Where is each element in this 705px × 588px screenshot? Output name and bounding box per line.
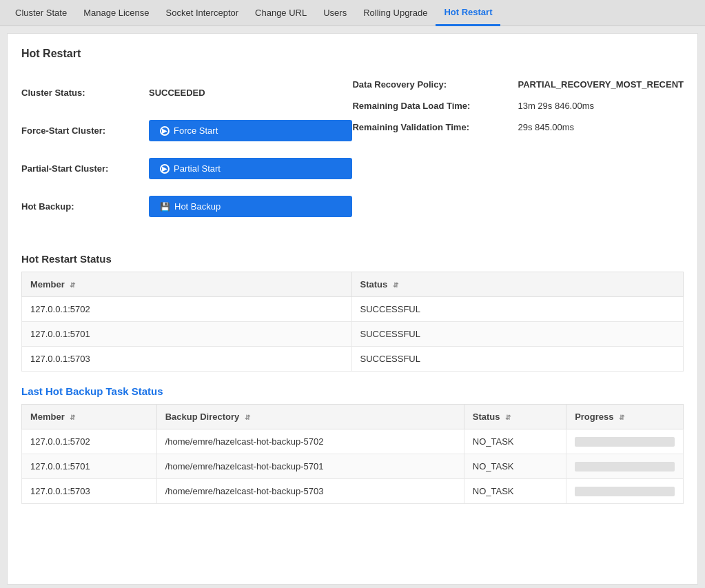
member-cell: 127.0.0.1:5703 [22, 347, 352, 372]
remaining-validation-value: 29s 845.00ms [518, 122, 684, 132]
nav-manage-license[interactable]: Manage License [75, 0, 157, 26]
status-cell: SUCCESSFUL [351, 297, 683, 322]
remaining-data-label: Remaining Data Load Time: [352, 101, 518, 111]
progress-bar [575, 437, 675, 447]
hot-backup-button[interactable]: 💾 Hot Backup [149, 196, 352, 217]
partial-start-button[interactable]: ▶ Partial Start [149, 158, 352, 179]
table-row: 127.0.0.1:5702 /home/emre/hazelcast-hot-… [22, 429, 684, 454]
backup-member-cell: 127.0.0.1:5701 [22, 454, 157, 479]
backup-progress-cell [566, 429, 684, 454]
nav-users[interactable]: Users [315, 0, 355, 26]
backup-status-cell: NO_TASK [464, 429, 566, 454]
force-start-button[interactable]: ▶ Force Start [149, 120, 352, 141]
hot-backup-label: Hot Backup: [21, 193, 149, 220]
backup-member-sort-icon: ⇵ [70, 414, 75, 421]
remaining-data-value: 13m 29s 846.00ms [518, 101, 684, 111]
hot-backup-status-title: Last Hot Backup Task Status [21, 385, 684, 397]
backup-dir-sort-icon: ⇵ [245, 414, 250, 421]
backup-status-cell: NO_TASK [464, 454, 566, 479]
partial-start-icon: ▶ [160, 164, 170, 174]
hot-backup-status-table: Member ⇵ Backup Directory ⇵ Status ⇵ Pro… [21, 404, 684, 504]
table-row: 127.0.0.1:5703 /home/emre/hazelcast-hot-… [22, 479, 684, 504]
hot-restart-status-title: Hot Restart Status [21, 253, 684, 265]
main-content: Hot Restart Cluster Status: SUCCEEDED Fo… [7, 33, 698, 585]
table-row: 127.0.0.1:5701 /home/emre/hazelcast-hot-… [22, 454, 684, 479]
remaining-validation-label: Remaining Validation Time: [352, 122, 518, 132]
data-recovery-value: PARTIAL_RECOVERY_MOST_RECENT [518, 79, 684, 90]
nav-hot-restart[interactable]: Hot Restart [436, 0, 500, 26]
backup-member-cell: 127.0.0.1:5703 [22, 479, 157, 504]
col-backup-status-header[interactable]: Status ⇵ [464, 405, 566, 429]
col-backup-dir-header[interactable]: Backup Directory ⇵ [156, 405, 464, 429]
progress-bar [575, 487, 675, 496]
hot-restart-status-table: Member ⇵ Status ⇵ 127.0.0.1:5702 SUCCESS… [21, 272, 684, 372]
progress-bar [575, 462, 675, 472]
cluster-status-label: Cluster Status: [21, 79, 149, 106]
force-start-label: Force-Start Cluster: [21, 117, 149, 144]
nav-cluster-state[interactable]: Cluster State [7, 0, 75, 26]
table-row: 127.0.0.1:5701 SUCCESSFUL [22, 322, 684, 347]
partial-start-button-label: Partial Start [174, 163, 221, 174]
backup-status-sort-icon: ⇵ [505, 414, 511, 421]
table-row: 127.0.0.1:5702 SUCCESSFUL [22, 297, 684, 322]
data-recovery-label: Data Recovery Policy: [352, 79, 518, 90]
member-cell: 127.0.0.1:5701 [22, 322, 352, 347]
col-backup-progress-header[interactable]: Progress ⇵ [566, 405, 684, 429]
backup-dir-cell: /home/emre/hazelcast-hot-backup-5703 [156, 479, 464, 504]
backup-status-cell: NO_TASK [464, 479, 566, 504]
member-cell: 127.0.0.1:5702 [22, 297, 352, 322]
status-sort-icon: ⇵ [393, 281, 398, 289]
page-title: Hot Restart [21, 48, 684, 60]
force-start-icon: ▶ [160, 126, 170, 136]
partial-start-label: Partial-Start Cluster: [21, 155, 149, 182]
col-member-header[interactable]: Member ⇵ [22, 272, 352, 297]
status-cell: SUCCESSFUL [351, 347, 683, 372]
hot-backup-icon: 💾 [160, 202, 170, 212]
backup-progress-cell [566, 454, 684, 479]
backup-progress-sort-icon: ⇵ [619, 414, 624, 421]
hot-backup-button-label: Hot Backup [174, 201, 221, 212]
force-start-button-label: Force Start [174, 125, 218, 136]
cluster-status-value: SUCCEEDED [149, 88, 352, 98]
nav-rolling-upgrade[interactable]: Rolling Upgrade [355, 0, 436, 26]
backup-progress-cell [566, 479, 684, 504]
nav-change-url[interactable]: Change URL [247, 0, 315, 26]
backup-member-cell: 127.0.0.1:5702 [22, 429, 157, 454]
nav-socket-interceptor[interactable]: Socket Interceptor [158, 0, 247, 26]
member-sort-icon: ⇵ [70, 281, 75, 289]
col-backup-member-header[interactable]: Member ⇵ [22, 405, 157, 429]
col-status-header[interactable]: Status ⇵ [351, 272, 683, 297]
backup-dir-cell: /home/emre/hazelcast-hot-backup-5702 [156, 429, 464, 454]
backup-dir-cell: /home/emre/hazelcast-hot-backup-5701 [156, 454, 464, 479]
status-cell: SUCCESSFUL [351, 322, 683, 347]
nav-bar: Cluster State Manage License Socket Inte… [0, 0, 705, 26]
table-row: 127.0.0.1:5703 SUCCESSFUL [22, 347, 684, 372]
